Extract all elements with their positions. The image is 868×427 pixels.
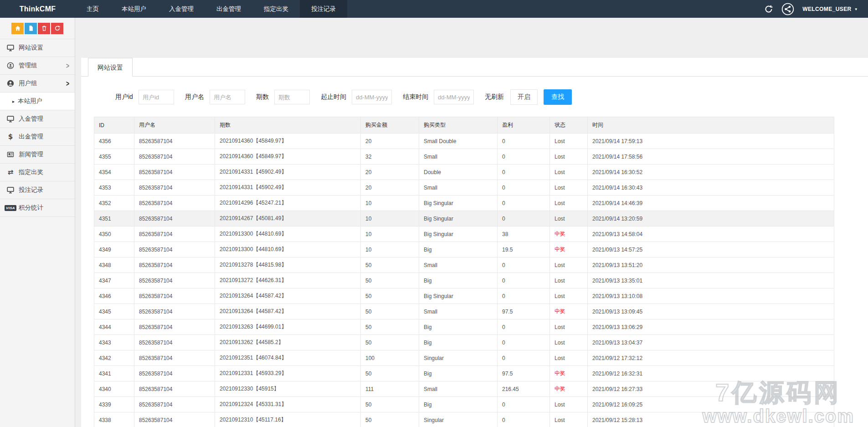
sidebar-item-website-settings[interactable]: 网站设置 — [0, 39, 75, 57]
nav-item-withdrawal-management[interactable]: 出金管理 — [205, 0, 252, 18]
cell-amount: 20 — [361, 180, 419, 195]
nav-item-deposit-management[interactable]: 入金管理 — [158, 0, 205, 18]
toolbar-file-button[interactable] — [25, 23, 37, 34]
cell-id: 4339 — [94, 397, 134, 412]
cell-username: 85263587104 — [134, 397, 215, 412]
cell-period: 20210914267【45081.49】 — [215, 211, 361, 226]
cell-profit: 0 — [498, 273, 550, 288]
cell-status: Lost — [550, 412, 588, 427]
cell-status: Lost — [550, 257, 588, 273]
cell-period: 20210912331【45933.29】 — [215, 366, 361, 381]
nav-item-assign-lottery[interactable]: 指定出奖 — [252, 0, 300, 18]
records-table: ID用户名期数购买金额购买类型盈利状态时间 435685263587104202… — [94, 117, 834, 427]
cell-amount: 32 — [361, 149, 419, 165]
nav-item-home[interactable]: 主页 — [75, 0, 110, 18]
period-input[interactable] — [274, 90, 310, 104]
content-panel: 网站设置 用户id 用户名 期数 起止时间 结束时间 无 — [81, 58, 868, 427]
cell-username: 85263587104 — [134, 226, 215, 242]
cell-type: Big — [419, 242, 498, 257]
cell-id: 4348 — [94, 257, 134, 273]
no-refresh-toggle-button[interactable]: 开启 — [510, 89, 538, 105]
cell-amount: 50 — [361, 397, 419, 412]
cell-profit: 0 — [498, 350, 550, 366]
main-area: 网站设置 用户id 用户名 期数 起止时间 结束时间 无 — [75, 18, 868, 427]
username-label: 用户名 — [185, 93, 204, 101]
sidebar-item-bet-records[interactable]: 投注记录 — [0, 181, 75, 199]
cell-status: Lost — [550, 134, 588, 149]
brand-logo[interactable]: ThinkCMF — [0, 0, 75, 18]
cell-username: 85263587104 — [134, 335, 215, 350]
username-input[interactable] — [210, 90, 245, 104]
cell-id: 4350 — [94, 226, 134, 242]
cell-profit: 0 — [498, 149, 550, 165]
column-header: 盈利 — [498, 117, 550, 134]
toolbar-trash-button[interactable] — [38, 23, 50, 34]
nav-item-bet-records[interactable]: 投注记录 — [300, 0, 347, 18]
sidebar-item-news-management[interactable]: 新闻管理 — [0, 146, 75, 164]
sidebar-toolbar — [0, 18, 75, 39]
cell-type: Small — [419, 304, 498, 319]
avatar[interactable] — [781, 3, 794, 15]
exchange-icon: ⇄ — [6, 168, 15, 176]
no-refresh-label: 无刷新 — [485, 93, 504, 101]
cell-username: 85263587104 — [134, 273, 215, 288]
user-menu[interactable]: WELCOME_USER ▼ — [802, 6, 858, 12]
cell-amount: 10 — [361, 226, 419, 242]
cell-status: Lost — [550, 319, 588, 335]
cell-status: Lost — [550, 273, 588, 288]
sidebar-item-label: 用户组 — [19, 79, 37, 87]
toolbar-home-button[interactable] — [11, 23, 24, 34]
sidebar-item-points-statistics[interactable]: VISA积分统计 — [0, 199, 75, 217]
sidebar-item-deposit-management[interactable]: 入金管理 — [0, 110, 75, 128]
tab-website-settings[interactable]: 网站设置 — [88, 58, 133, 77]
sidebar-item-admin-group[interactable]: 管理组> — [0, 57, 75, 75]
cell-period: 20210913262【44585.2】 — [215, 335, 361, 350]
sidebar-item-label: 积分统计 — [19, 204, 43, 212]
cell-amount: 50 — [361, 288, 419, 304]
cell-profit: 0 — [498, 257, 550, 273]
cell-period: 20210912310【45117.16】 — [215, 412, 361, 427]
cell-amount: 50 — [361, 366, 419, 381]
sidebar-item-label: 本站用户 — [18, 97, 42, 105]
table-row: 43518526358710420210914267【45081.49】10Bi… — [94, 211, 834, 226]
cell-profit: 0 — [498, 397, 550, 412]
sidebar-item-assign-lottery[interactable]: ⇄指定出奖 — [0, 164, 75, 181]
news-icon — [6, 150, 15, 159]
table-row: 43498526358710420210913300【44810.69】10Bi… — [94, 242, 834, 257]
cell-id: 4356 — [94, 134, 134, 149]
cell-id: 4338 — [94, 412, 134, 427]
sidebar-item-site-users[interactable]: ▸本站用户 — [0, 93, 75, 110]
sidebar-item-label: 出金管理 — [19, 133, 43, 141]
cell-username: 85263587104 — [134, 195, 215, 211]
cell-amount: 111 — [361, 381, 419, 397]
sidebar-item-user-group[interactable]: 用户组> — [0, 75, 75, 93]
cell-username: 85263587104 — [134, 134, 215, 149]
cell-id: 4345 — [94, 304, 134, 319]
refresh-icon[interactable] — [764, 5, 773, 14]
sidebar: 网站设置管理组>用户组>▸本站用户入金管理$出金管理新闻管理⇄指定出奖投注记录V… — [0, 18, 75, 427]
cell-period: 20210912330【45915】 — [215, 381, 361, 397]
desktop-icon — [6, 186, 15, 194]
cell-status: Lost — [550, 180, 588, 195]
cell-period: 20210912324【45331.31】 — [215, 397, 361, 412]
cell-time: 2021/09/12 16:09:25 — [588, 397, 834, 412]
user-id-input[interactable] — [139, 90, 174, 104]
cell-period: 20210914296【45247.21】 — [215, 195, 361, 211]
cell-username: 85263587104 — [134, 304, 215, 319]
cell-period: 20210914360【45849.97】 — [215, 149, 361, 165]
cell-username: 85263587104 — [134, 319, 215, 335]
end-time-input[interactable] — [434, 90, 474, 104]
sidebar-item-withdrawal-management[interactable]: $出金管理 — [0, 128, 75, 146]
toolbar-refresh-button[interactable] — [51, 23, 63, 34]
cell-username: 85263587104 — [134, 350, 215, 366]
nav-item-site-users[interactable]: 本站用户 — [110, 0, 158, 18]
start-time-input[interactable] — [352, 90, 392, 104]
filter-start-time: 起止时间 — [321, 90, 392, 104]
user-circle-filled-icon — [6, 79, 15, 87]
cell-status: Lost — [550, 397, 588, 412]
cell-profit: 0 — [498, 180, 550, 195]
table-row: 43388526358710420210912310【45117.16】50Si… — [94, 412, 834, 427]
cell-username: 85263587104 — [134, 381, 215, 397]
search-button[interactable]: 查找 — [544, 89, 572, 105]
cell-profit: 0 — [498, 211, 550, 226]
